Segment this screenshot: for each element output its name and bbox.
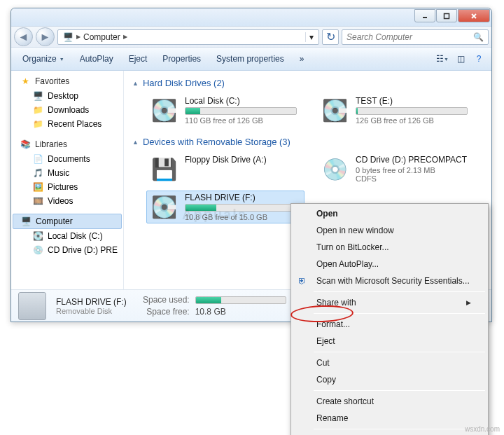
back-button[interactable]: ◄ [14, 27, 33, 46]
breadcrumb[interactable]: 🖥️ ▶ Computer ▶ ▾ [57, 29, 319, 45]
ctx-cut[interactable]: Cut [293, 354, 486, 371]
autoplay-button[interactable]: AutoPlay [73, 51, 120, 67]
ctx-properties[interactable]: Properties [293, 431, 486, 435]
navigation-pane: ★Favorites 🖥️Desktop 📁Downloads 📁Recent … [11, 71, 124, 289]
libraries-group[interactable]: 📚Libraries [11, 137, 123, 152]
recent-icon: 📁 [32, 118, 43, 130]
nav-cd-drive[interactable]: 💿CD Drive (D:) PRE [11, 243, 123, 257]
ctx-rename[interactable]: Rename [293, 410, 486, 427]
nav-recent[interactable]: 📁Recent Places [11, 117, 123, 131]
system-properties-button[interactable]: System properties [209, 51, 291, 67]
drive-floppy-a[interactable]: 💾 Floppy Disk Drive (A:) [146, 153, 304, 185]
organize-button[interactable]: Organize▼ [15, 51, 71, 67]
command-bar: Organize▼ AutoPlay Eject Properties Syst… [11, 48, 491, 71]
close-button[interactable] [458, 9, 490, 22]
titlebar [11, 8, 491, 27]
computer-icon: 🖥️ [60, 32, 76, 42]
nav-downloads[interactable]: 📁Downloads [11, 103, 123, 117]
help-button[interactable]: ? [470, 50, 487, 67]
ctx-share-with[interactable]: Share with▶ [293, 294, 486, 311]
disc-icon: 💿 [32, 244, 43, 256]
ctx-open-new-window[interactable]: Open in new window [293, 222, 486, 239]
submenu-arrow-icon: ▶ [466, 299, 471, 306]
group-hdd[interactable]: ▲Hard Disk Drives (2) [131, 75, 484, 91]
ctx-open[interactable]: Open [293, 205, 486, 222]
context-menu: Open Open in new window Turn on BitLocke… [290, 203, 489, 435]
nav-computer[interactable]: 🖥️Computer [13, 214, 122, 229]
status-name: FLASH DRIVE (F:) [56, 297, 127, 307]
properties-button[interactable]: Properties [155, 51, 208, 67]
usb-drive-icon [18, 292, 46, 320]
drive-local-c[interactable]: 💽 Local Disk (C:) 110 GB free of 126 GB [146, 94, 304, 127]
capacity-bar [185, 204, 297, 212]
ctx-autoplay[interactable]: Open AutoPlay... [293, 256, 486, 272]
used-bar [195, 296, 286, 304]
capacity-bar [356, 107, 468, 115]
group-removable[interactable]: ▲Devices with Removable Storage (3) [131, 134, 484, 150]
crumb-computer[interactable]: Computer [80, 32, 123, 42]
videos-icon: 🎞️ [32, 195, 43, 207]
ctx-scan-mse[interactable]: ⛨Scan with Microsoft Security Essentials… [293, 272, 486, 289]
search-placeholder: Search Computer [346, 32, 412, 42]
address-bar: ◄ ► 🖥️ ▶ Computer ▶ ▾ ↻ Search Computer … [11, 27, 491, 48]
ctx-eject[interactable]: Eject [293, 333, 486, 350]
source-credit: wsxdn.com [465, 425, 500, 433]
nav-desktop[interactable]: 🖥️Desktop [11, 89, 123, 103]
search-input[interactable]: Search Computer 🔍 [342, 29, 489, 45]
disc-icon: 💿 [319, 155, 350, 183]
floppy-icon: 💾 [148, 155, 179, 183]
overflow-button[interactable]: » [293, 51, 312, 67]
nav-local-disk[interactable]: 💽Local Disk (C:) [11, 229, 123, 243]
shield-icon: ⛨ [297, 276, 308, 286]
chevron-down-icon: ▼ [59, 57, 64, 62]
documents-icon: 📄 [32, 153, 43, 165]
svg-rect-1 [444, 13, 449, 18]
status-type: Removable Disk [56, 307, 127, 315]
music-icon: 🎵 [32, 167, 43, 179]
minimize-button[interactable] [414, 9, 435, 22]
collapse-icon: ▲ [132, 80, 139, 87]
desktop-icon: 🖥️ [32, 90, 43, 102]
drive-flash-f[interactable]: 💽 FLASH DRIVE (F:) 10.8 GB free of 15.0 … [146, 191, 304, 223]
drive-test-e[interactable]: 💽 TEST (E:) 126 GB free of 126 GB [317, 94, 475, 127]
libraries-icon: 📚 [20, 139, 31, 150]
nav-videos[interactable]: 🎞️Videos [11, 194, 123, 208]
chevron-right-icon: ▶ [123, 34, 127, 40]
drive-icon: 💽 [32, 230, 43, 242]
nav-music[interactable]: 🎵Music [11, 166, 123, 180]
eject-button[interactable]: Eject [122, 51, 155, 67]
favorites-group[interactable]: ★Favorites [11, 74, 123, 89]
star-icon: ★ [20, 76, 31, 87]
ctx-bitlocker[interactable]: Turn on BitLocker... [293, 239, 486, 256]
computer-icon: 🖥️ [20, 216, 31, 227]
drive-icon: 💽 [148, 96, 179, 124]
collapse-icon: ▲ [132, 139, 139, 146]
pictures-icon: 🖼️ [32, 181, 43, 193]
forward-button[interactable]: ► [36, 27, 55, 46]
refresh-button[interactable]: ↻ [322, 29, 339, 45]
ctx-copy[interactable]: Copy [293, 371, 486, 388]
ctx-create-shortcut[interactable]: Create shortcut [293, 393, 486, 410]
maximize-button[interactable] [436, 9, 457, 22]
drive-icon: 💽 [319, 96, 350, 124]
nav-pictures[interactable]: 🖼️Pictures [11, 180, 123, 194]
view-button[interactable]: ☷ ▼ [434, 50, 451, 67]
ctx-format[interactable]: Format... [293, 316, 486, 333]
capacity-bar [185, 107, 297, 115]
drive-cd-d[interactable]: 💿 CD Drive (D:) PRECOMPACT 0 bytes free … [317, 153, 475, 185]
address-dropdown[interactable]: ▾ [305, 32, 316, 42]
preview-pane-button[interactable]: ◫ [452, 50, 469, 67]
nav-documents[interactable]: 📄Documents [11, 152, 123, 166]
search-icon: 🔍 [473, 32, 484, 42]
folder-icon: 📁 [32, 104, 43, 116]
usb-drive-icon: 💽 [148, 193, 179, 221]
